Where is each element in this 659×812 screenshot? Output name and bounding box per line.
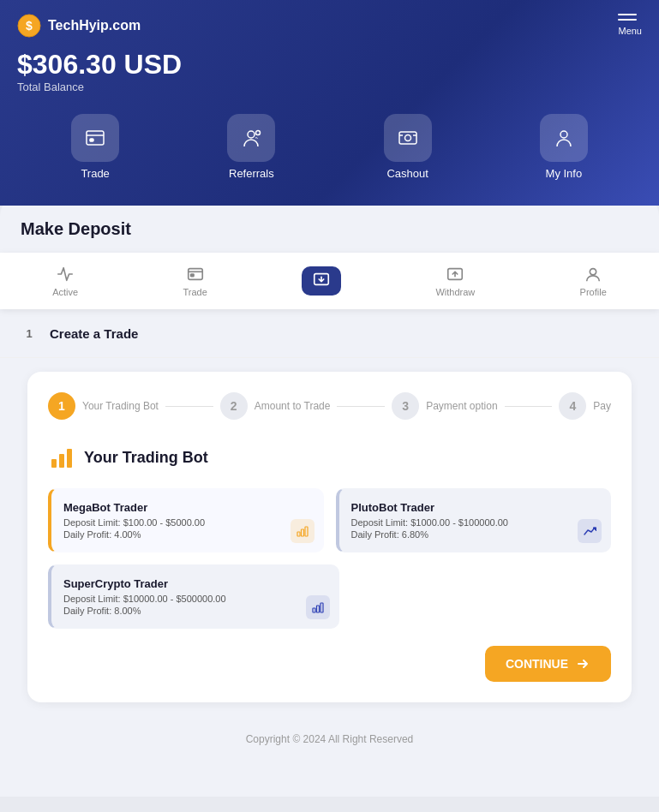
svg-rect-21 <box>313 608 315 612</box>
header-top: $ TechHyip.com Menu <box>17 14 642 38</box>
svg-point-4 <box>248 131 255 138</box>
step-divider-2 <box>337 406 385 407</box>
plutobot-icon <box>578 519 602 543</box>
continue-btn-wrap: CONTINUE <box>48 646 611 682</box>
trade-icon-box <box>71 114 119 162</box>
svg-point-8 <box>560 131 567 138</box>
active-icon <box>56 265 75 284</box>
bar-chart-icon <box>50 445 74 469</box>
balance-section: $306.30 USD Total Balance <box>17 48 642 93</box>
tab-withdraw-label: Withdraw <box>435 287 475 297</box>
step-4: 4 Pay <box>559 392 611 420</box>
referrals-icon-box <box>227 114 275 162</box>
tab-active-label: Active <box>52 287 78 297</box>
svg-rect-10 <box>190 274 194 277</box>
card-wrapper: 1 Your Trading Bot 2 Amount to Trade 3 P… <box>0 358 659 716</box>
svg-rect-6 <box>399 132 416 144</box>
step-1: 1 Your Trading Bot <box>48 392 159 420</box>
page-title: Make Deposit <box>21 219 638 239</box>
step-label-3: Payment option <box>426 400 497 412</box>
section-title: Your Trading Bot <box>84 449 208 467</box>
megabot-profit: Daily Profit: 4.00% <box>63 529 311 540</box>
megabot-icon <box>291 519 315 543</box>
svg-rect-23 <box>321 603 323 612</box>
step-label-1: Your Trading Bot <box>82 400 159 412</box>
create-trade-num: 1 <box>17 321 41 345</box>
section-title-row: Your Trading Bot <box>48 444 611 471</box>
svg-rect-22 <box>317 606 320 612</box>
nav-item-cashout[interactable]: Cashout <box>384 114 432 180</box>
supercrypto-name: SuperCrypto Trader <box>63 577 327 590</box>
svg-rect-14 <box>51 459 57 468</box>
step-3: 3 Payment option <box>392 392 497 420</box>
main-card: 1 Your Trading Bot 2 Amount to Trade 3 P… <box>27 372 632 702</box>
tab-profile[interactable]: Profile <box>570 261 617 301</box>
megabot-chart-icon <box>296 524 309 538</box>
svg-rect-2 <box>87 131 104 145</box>
supercrypto-limit: Deposit Limit: $10000.00 - $500000.00 <box>63 594 327 604</box>
svg-rect-19 <box>305 527 308 536</box>
steps-row: 1 Your Trading Bot 2 Amount to Trade 3 P… <box>48 392 611 420</box>
menu-line-2 <box>618 19 637 21</box>
footer-text: Copyright © 2024 All Right Reserved <box>246 733 414 745</box>
svg-point-7 <box>404 135 410 141</box>
svg-rect-16 <box>67 449 72 468</box>
continue-button[interactable]: CONTINUE <box>485 646 611 682</box>
svg-point-13 <box>590 269 596 275</box>
svg-rect-18 <box>301 529 303 536</box>
nav-item-referrals[interactable]: Referrals <box>227 114 275 180</box>
nav-label-referrals: Referrals <box>229 167 274 180</box>
tab-deposit[interactable] <box>302 266 341 296</box>
continue-arrow-icon <box>575 656 590 672</box>
bot-card-megabot[interactable]: MegaBot Trader Deposit Limit: $100.00 - … <box>48 488 324 552</box>
main-content: Make Deposit Active Trade <box>0 195 659 797</box>
header: $ TechHyip.com Menu $306.30 USD Total Ba… <box>0 0 659 206</box>
nav-item-myinfo[interactable]: My Info <box>540 114 588 180</box>
cashout-icon <box>396 126 420 150</box>
menu-label: Menu <box>618 26 642 36</box>
continue-label: CONTINUE <box>506 657 568 671</box>
section-icon <box>48 444 75 471</box>
referrals-icon <box>239 126 263 150</box>
tab-active[interactable]: Active <box>42 261 88 301</box>
menu-line-1 <box>618 14 637 15</box>
tab-trade[interactable]: Trade <box>172 261 217 301</box>
step-circle-1: 1 <box>48 392 75 420</box>
create-trade-header: 1 Create a Trade <box>0 309 659 358</box>
bot-card-plutobot[interactable]: PlutoBot Trader Deposit Limit: $1000.00 … <box>336 488 612 552</box>
megabot-name: MegaBot Trader <box>63 501 311 514</box>
step-circle-3: 3 <box>392 392 419 420</box>
step-circle-4: 4 <box>559 392 586 420</box>
tab-withdraw[interactable]: Withdraw <box>425 261 485 301</box>
trade-icon <box>83 126 107 150</box>
supercrypto-icon <box>306 595 330 619</box>
step-2: 2 Amount to Trade <box>220 392 331 420</box>
nav-item-trade[interactable]: Trade <box>71 114 119 180</box>
svg-text:$: $ <box>26 19 33 33</box>
megabot-limit: Deposit Limit: $100.00 - $5000.00 <box>63 517 311 528</box>
plutobot-limit: Deposit Limit: $1000.00 - $100000.00 <box>351 517 599 528</box>
step-label-2: Amount to Trade <box>255 400 331 412</box>
step-circle-2: 2 <box>220 392 248 420</box>
profile-icon <box>584 265 602 284</box>
trade-tab-icon <box>186 265 205 284</box>
bot-card-supercrypto[interactable]: SuperCrypto Trader Deposit Limit: $10000… <box>48 564 339 629</box>
svg-point-5 <box>256 131 261 135</box>
myinfo-icon-box <box>540 114 588 162</box>
logo-text: TechHyip.com <box>48 18 141 33</box>
tab-profile-label: Profile <box>580 287 607 297</box>
svg-rect-15 <box>59 454 64 468</box>
create-trade-title: Create a Trade <box>50 326 138 341</box>
tab-trade-label: Trade <box>183 287 207 297</box>
step-divider-1 <box>165 406 213 407</box>
logo-icon: $ <box>17 14 41 38</box>
supercrypto-chart-icon <box>311 600 325 614</box>
header-nav: Trade Referrals C <box>17 114 642 180</box>
single-card-wrap: SuperCrypto Trader Deposit Limit: $10000… <box>48 564 611 629</box>
menu-button[interactable]: Menu <box>618 14 642 38</box>
step-label-4: Pay <box>593 400 611 412</box>
nav-label-myinfo: My Info <box>546 167 583 180</box>
deposit-icon <box>312 270 331 289</box>
bottom-nav: Active Trade Withdraw <box>0 253 659 309</box>
footer: Copyright © 2024 All Right Reserved <box>0 716 659 762</box>
